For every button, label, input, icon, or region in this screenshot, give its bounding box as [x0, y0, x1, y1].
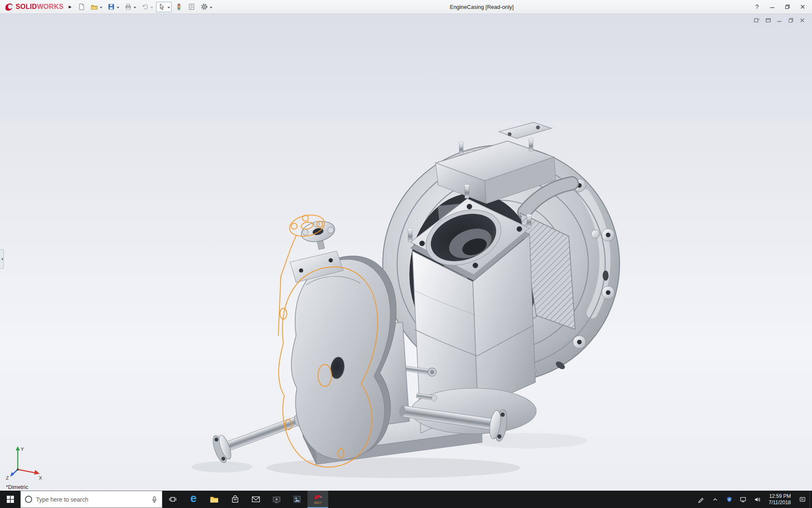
collapsed-panel-tab[interactable]: [0, 249, 4, 269]
close-icon: [800, 18, 805, 23]
action-center-button[interactable]: [796, 491, 809, 508]
undo-icon: [141, 3, 149, 11]
minimize-document-button[interactable]: [776, 17, 783, 24]
new-window-icon: [765, 18, 771, 23]
chevron-up-icon: [712, 497, 718, 502]
network-icon: [740, 496, 746, 503]
triad-y-label: Y: [21, 447, 24, 452]
windows-taskbar: e: [0, 491, 812, 508]
open-button[interactable]: [88, 2, 104, 12]
open-folder-icon: [91, 3, 98, 11]
dropdown-caret[interactable]: [167, 7, 170, 10]
volume-icon: [754, 496, 761, 503]
mail-button[interactable]: [245, 491, 266, 508]
file-explorer-icon: [210, 496, 219, 503]
windows-logo-icon: [7, 496, 14, 503]
security-button[interactable]: [722, 491, 736, 508]
mail-icon: [252, 496, 260, 503]
restore-icon: [788, 18, 793, 23]
print-button[interactable]: [122, 2, 138, 12]
rebuild-traffic-light-icon: [175, 3, 183, 11]
clock-date: 7/11/2018: [769, 500, 791, 506]
select-arrow-icon: [158, 3, 166, 11]
solidworks-app-icon: [314, 494, 322, 501]
brand-text-works: WORKS: [37, 3, 63, 10]
select-tool-button[interactable]: [156, 2, 172, 12]
search-input[interactable]: [36, 496, 147, 503]
clock-time: 12:59 PM: [769, 493, 791, 500]
file-properties-button[interactable]: [186, 2, 197, 12]
minimize-icon: [777, 18, 782, 23]
window-controls: ?: [749, 0, 810, 14]
titlebar: SOLIDWORKS ▶: [0, 0, 812, 14]
film-tv-button[interactable]: [266, 491, 287, 508]
solidworks-logo: SOLIDWORKS: [2, 2, 67, 11]
show-desktop-button[interactable]: [809, 491, 812, 508]
dassault-swirl-icon: [4, 2, 14, 11]
hidden-icons-button[interactable]: [708, 491, 722, 508]
film-tv-icon: [272, 496, 281, 503]
dropdown-caret[interactable]: [134, 7, 136, 10]
minimize-button[interactable]: [765, 0, 780, 14]
options-gear-icon: [200, 3, 208, 11]
volume-button[interactable]: [750, 491, 764, 508]
print-icon: [124, 3, 132, 11]
taskbar-spacer: [328, 491, 694, 508]
tile-window-button[interactable]: [753, 17, 760, 24]
task-view-icon: [169, 495, 177, 503]
document-title: EngineCasing [Read-only]: [214, 4, 749, 10]
dropdown-caret[interactable]: [151, 7, 153, 10]
microphone-icon[interactable]: [151, 496, 158, 503]
view-orientation-label: *Dimetric: [6, 484, 28, 490]
brand-text-solid: SOLID: [16, 3, 37, 10]
graphics-viewport[interactable]: Y X Z *Dimetric: [0, 14, 812, 491]
cortana-circle-icon: [25, 496, 32, 503]
file-properties-icon: [188, 3, 195, 11]
menu-expand-arrow[interactable]: ▶: [67, 5, 76, 9]
dropdown-caret[interactable]: [210, 7, 212, 10]
photos-icon: [293, 495, 301, 503]
restore-button[interactable]: [780, 0, 795, 14]
rebuild-button[interactable]: [173, 2, 184, 12]
triad-z-label: Z: [6, 475, 9, 480]
new-document-button[interactable]: [76, 2, 87, 12]
options-button[interactable]: [198, 2, 214, 12]
undo-button[interactable]: [139, 2, 155, 12]
save-icon: [107, 3, 115, 11]
close-button[interactable]: [795, 0, 810, 14]
photos-button[interactable]: [287, 491, 307, 508]
dropdown-caret[interactable]: [100, 7, 102, 10]
network-button[interactable]: [736, 491, 750, 508]
start-button[interactable]: [0, 491, 20, 508]
orientation-triad: Y X Z: [5, 443, 44, 480]
solidworks-year-label: 2017: [314, 501, 322, 505]
action-center-icon: [799, 496, 806, 503]
store-icon: [231, 495, 239, 503]
triad-x-label: X: [39, 475, 42, 480]
edge-icon: e: [190, 493, 197, 504]
close-document-button[interactable]: [798, 17, 806, 24]
store-button[interactable]: [225, 491, 245, 508]
pen-button[interactable]: [694, 491, 708, 508]
engine-casing-3d-model[interactable]: [0, 14, 812, 491]
dropdown-caret[interactable]: [117, 7, 119, 10]
save-button[interactable]: [105, 2, 121, 12]
solidworks-taskbar-button[interactable]: 2017: [307, 491, 328, 508]
taskbar-search[interactable]: [20, 491, 162, 508]
tile-window-icon: [754, 18, 760, 23]
security-shield-icon: [726, 496, 732, 503]
file-explorer-button[interactable]: [204, 491, 225, 508]
new-window-button[interactable]: [764, 17, 772, 24]
side-cover-plate[interactable]: [290, 218, 396, 459]
help-button[interactable]: ?: [749, 0, 765, 14]
restore-icon: [785, 4, 790, 9]
edge-button[interactable]: e: [183, 491, 204, 508]
new-document-icon: [78, 3, 85, 11]
task-view-button[interactable]: [162, 491, 183, 508]
clock[interactable]: 12:59 PM 7/11/2018: [764, 491, 796, 508]
restore-document-button[interactable]: [787, 17, 795, 24]
quick-access-toolbar: [76, 2, 214, 12]
document-window-controls: [753, 17, 806, 24]
pen-icon: [698, 496, 705, 503]
close-icon: [800, 4, 805, 9]
